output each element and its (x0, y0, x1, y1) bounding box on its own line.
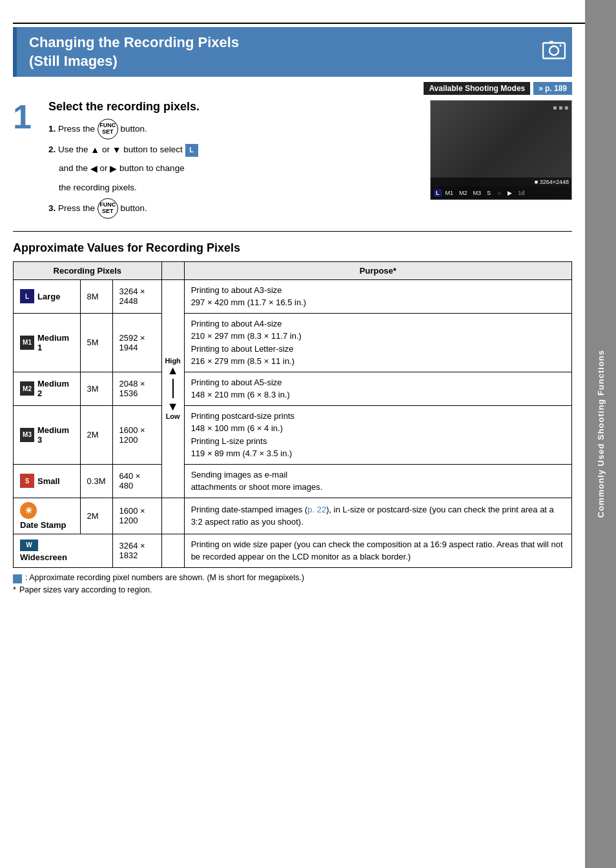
step-instructions: 1. Press the FUNCSET button. 2. Use the … (48, 119, 420, 219)
widescreen-icon: W (20, 540, 38, 551)
datestamp-icon: ☀ (20, 502, 37, 519)
table-row: L Large 8M 3264 × 2448 High ▲ ▼ Low (14, 279, 572, 313)
pixel-label-cell: ☀ Date Stamp (14, 498, 81, 534)
arrow-cell: High ▲ ▼ Low (161, 279, 184, 498)
pixel-label-cell: S Small (14, 464, 81, 498)
camera-preview: ■ ■ ■ ■ 3264×2448 L M1 M2 M3 S ☼ ▶ 1d (430, 100, 572, 200)
preview-menu-bar: L M1 M2 M3 S ☼ ▶ 1d (431, 187, 571, 199)
camera-icon (542, 38, 566, 66)
megapixels-cell: 3M (80, 372, 112, 405)
pixel-name: Widescreen (20, 552, 67, 562)
resolution-cell: 3264 × 2448 (112, 279, 161, 313)
megapixels-cell: 8M (80, 279, 112, 313)
medium1-icon: M1 (20, 336, 34, 350)
preview-top-icons: ■ ■ ■ (553, 104, 568, 111)
svg-rect-2 (549, 41, 553, 43)
footnote-2-text: Paper sizes vary according to region. (19, 585, 152, 594)
func-set-button-2: FUNCSET (98, 198, 118, 219)
recording-table: Recording Pixels Purpose* L Large 8M 326… (13, 261, 572, 568)
resolution-cell: 2592 × 1944 (112, 313, 161, 372)
step-1-section: 1 Select the recording pixels. 1. Press … (13, 100, 572, 221)
large-icon: L (20, 289, 34, 303)
col-purpose: Purpose* (184, 261, 571, 279)
arrow-placeholder (161, 534, 184, 567)
resolution-cell: 3264 × 1832 (112, 534, 161, 567)
shooting-modes-page: p. 189 (545, 84, 567, 93)
shooting-modes-link[interactable]: » p. 189 (533, 82, 572, 95)
table-section: Approximate Values for Recording Pixels … (13, 241, 572, 568)
small-icon: S (20, 474, 34, 488)
footnote-asterisk: * (13, 585, 16, 594)
table-title: Approximate Values for Recording Pixels (13, 241, 572, 255)
megapixels-cell: 0.3M (80, 464, 112, 498)
func-set-button-1: FUNCSET (98, 119, 118, 139)
instruction-3b: the recording pixels. (48, 180, 420, 196)
arrow-down-icon: ▼ (167, 401, 179, 412)
pixel-name: Small (37, 476, 60, 486)
footnote-1: : Approximate recording pixel numbers ar… (13, 573, 572, 583)
resolution-cell: 1600 × 1200 (112, 498, 161, 534)
pixel-name: Medium 2 (37, 379, 74, 398)
resolution-cell: 1600 × 1200 (112, 405, 161, 464)
purpose-cell: Printing date-stamped images (p. 22), in… (184, 498, 571, 534)
step-title: Select the recording pixels. (48, 100, 420, 114)
pixel-label-cell: L Large (14, 279, 81, 313)
pixel-name: Large (37, 292, 60, 301)
table-row: M1 Medium 1 5M 2592 × 1944 Printing to a… (14, 313, 572, 372)
megapixels-cell: 2M (80, 498, 112, 534)
instruction-1: 1. Press the FUNCSET button. (48, 119, 420, 139)
shooting-modes-label: Available Shooting Modes (424, 82, 530, 95)
footnote-section: : Approximate recording pixel numbers ar… (13, 573, 572, 594)
footnote-square (13, 574, 22, 583)
pixel-label-cell: M3 Medium 3 (14, 405, 81, 464)
sidebar: Commonly Used Shooting Functions (585, 0, 616, 868)
pixel-name: Medium 3 (37, 425, 74, 445)
medium2-icon: M2 (20, 381, 34, 396)
svg-point-1 (549, 46, 559, 55)
pixel-label-cell: M2 Medium 2 (14, 372, 81, 405)
svg-point-3 (560, 45, 562, 46)
section-title: Changing the Recording Pixels (Still Ima… (29, 34, 239, 70)
pixel-label-cell: M1 Medium 1 (14, 313, 81, 372)
purpose-cell: Printing on wide size paper (you can che… (184, 534, 571, 567)
shooting-modes-bar: Available Shooting Modes » p. 189 (13, 82, 572, 95)
step-number: 1 (13, 100, 39, 134)
arrow-placeholder (161, 498, 184, 534)
svg-rect-0 (543, 43, 565, 58)
arrow-up-icon: ▲ (167, 365, 179, 376)
megapixels-cell: 2M (80, 405, 112, 464)
chevron-double-icon: » (539, 84, 543, 93)
large-pixel-icon: L (185, 144, 198, 157)
table-row: M3 Medium 3 2M 1600 × 1200 Printing post… (14, 405, 572, 464)
pixel-name: Date Stamp (20, 520, 67, 530)
section-header: Changing the Recording Pixels (Still Ima… (13, 27, 572, 77)
table-row: ☀ Date Stamp 2M 1600 × 1200 Printing dat… (14, 498, 572, 534)
page-22-link[interactable]: p. 22 (307, 505, 326, 514)
purpose-cell: Sending images as e-mail attachments or … (184, 464, 571, 498)
footnote-2: * Paper sizes vary according to region. (13, 585, 572, 594)
megapixels-cell: 5M (80, 313, 112, 372)
col-arrow (161, 261, 184, 279)
table-row: M2 Medium 2 3M 2048 × 1536 Printing to a… (14, 372, 572, 405)
table-row: W Widescreen 3264 × 1832 Printing on wid… (14, 534, 572, 567)
purpose-cell: Printing to about A3-size 297 × 420 mm (… (184, 279, 571, 313)
table-row: S Small 0.3M 640 × 480 Sending images as… (14, 464, 572, 498)
medium3-icon: M3 (20, 428, 34, 442)
col-recording-pixels: Recording Pixels (14, 261, 162, 279)
pixel-name: Medium 1 (37, 333, 74, 352)
low-label: Low (166, 412, 180, 420)
resolution-cell: 2048 × 1536 (112, 372, 161, 405)
divider (13, 231, 572, 232)
instruction-4: 3. Press the FUNCSET button. (48, 198, 420, 219)
sidebar-label: Commonly Used Shooting Functions (596, 350, 606, 518)
purpose-cell: Printing to about A5-size 148 × 210 mm (… (184, 372, 571, 405)
instruction-2: 2. Use the ▲ or ▼ button to select L (48, 142, 420, 158)
footnote-1-text: : Approximate recording pixel numbers ar… (25, 573, 304, 582)
resolution-cell: 640 × 480 (112, 464, 161, 498)
purpose-cell: Printing to about A4-size 210 × 297 mm (… (184, 313, 571, 372)
step-content: Select the recording pixels. 1. Press th… (48, 100, 420, 221)
pixel-label-cell: W Widescreen (14, 534, 113, 567)
instruction-3a: and the ◀ or ▶ button to change (48, 161, 420, 177)
purpose-cell: Printing postcard-size prints 148 × 100 … (184, 405, 571, 464)
